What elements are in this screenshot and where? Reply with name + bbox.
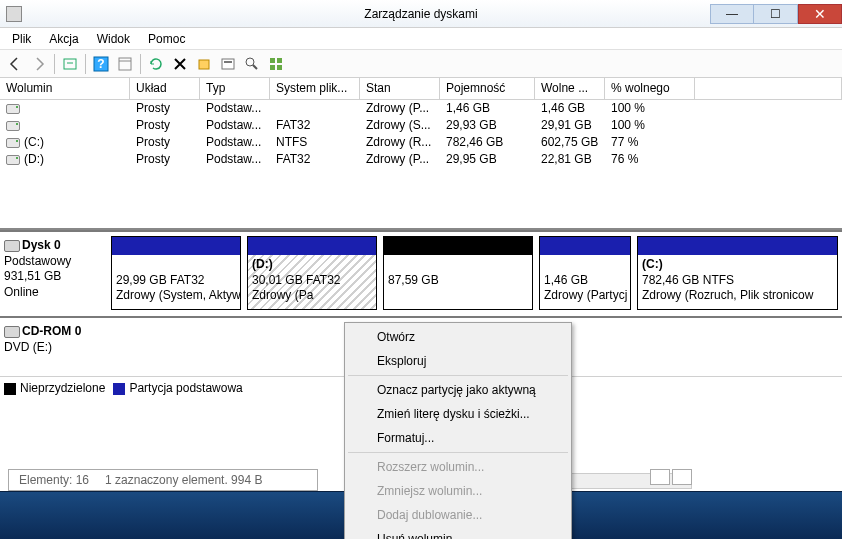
cm-open[interactable]: Otwórz xyxy=(347,325,569,349)
maximize-button[interactable]: ☐ xyxy=(754,4,798,24)
toolbar: ? xyxy=(0,50,842,78)
svg-point-8 xyxy=(246,58,254,66)
back-button[interactable] xyxy=(4,53,26,75)
svg-rect-3 xyxy=(119,58,131,70)
refresh-button[interactable] xyxy=(145,53,167,75)
cm-change-letter[interactable]: Zmień literę dysku i ścieżki... xyxy=(347,402,569,426)
table-row[interactable]: ProstyPodstaw...FAT32Zdrowy (S...29,93 G… xyxy=(0,117,842,134)
view-icon-2[interactable] xyxy=(672,469,692,485)
action-button[interactable] xyxy=(217,53,239,75)
close-button[interactable]: ✕ xyxy=(798,4,842,24)
svg-rect-7 xyxy=(224,61,232,63)
settings-button[interactable] xyxy=(265,53,287,75)
svg-rect-12 xyxy=(270,65,275,70)
minimize-button[interactable]: — xyxy=(710,4,754,24)
table-row[interactable]: ProstyPodstaw...Zdrowy (P...1,46 GB1,46 … xyxy=(0,100,842,117)
volume-list: Wolumin Układ Typ System plik... Stan Po… xyxy=(0,78,842,230)
menu-view[interactable]: Widok xyxy=(89,30,138,48)
cdrom-icon xyxy=(4,326,20,338)
col-status[interactable]: Stan xyxy=(360,78,440,99)
svg-line-9 xyxy=(253,65,257,69)
drive-icon xyxy=(6,155,20,165)
col-capacity[interactable]: Pojemność xyxy=(440,78,535,99)
svg-rect-0 xyxy=(64,59,76,69)
svg-rect-6 xyxy=(222,59,234,69)
view-icon-1[interactable] xyxy=(650,469,670,485)
partition-1[interactable]: 29,99 GB FAT32 Zdrowy (System, Aktyw xyxy=(111,236,241,310)
forward-button[interactable] xyxy=(28,53,50,75)
delete-button[interactable] xyxy=(169,53,191,75)
cm-shrink: Zmniejsz wolumin... xyxy=(347,479,569,503)
svg-rect-5 xyxy=(199,60,209,69)
table-row[interactable]: (D:)ProstyPodstaw...FAT32Zdrowy (P...29,… xyxy=(0,151,842,168)
drive-icon xyxy=(6,121,20,131)
cm-format[interactable]: Formatuj... xyxy=(347,426,569,450)
cdrom-label[interactable]: CD-ROM 0 DVD (E:) xyxy=(0,318,105,376)
menu-help[interactable]: Pomoc xyxy=(140,30,193,48)
partition-c[interactable]: (C:) 782,46 GB NTFS Zdrowy (Rozruch, Pli… xyxy=(637,236,838,310)
col-volume[interactable]: Wolumin xyxy=(0,78,130,99)
column-headers[interactable]: Wolumin Układ Typ System plik... Stan Po… xyxy=(0,78,842,100)
col-layout[interactable]: Układ xyxy=(130,78,200,99)
legend-swatch-unalloc xyxy=(4,383,16,395)
partition-d[interactable]: (D:) 30,01 GB FAT32 Zdrowy (Pa xyxy=(247,236,377,310)
svg-rect-13 xyxy=(277,65,282,70)
col-fs[interactable]: System plik... xyxy=(270,78,360,99)
drive-icon xyxy=(6,138,20,148)
cm-extend: Rozszerz wolumin... xyxy=(347,455,569,479)
disk-0-label[interactable]: Dysk 0 Podstawowy 931,51 GB Online xyxy=(0,232,105,316)
menubar: Plik Akcja Widok Pomoc xyxy=(0,28,842,50)
help-button[interactable]: ? xyxy=(90,53,112,75)
up-button[interactable] xyxy=(59,53,81,75)
drive-icon xyxy=(6,104,20,114)
partition-unallocated[interactable]: 87,59 GB xyxy=(383,236,533,310)
svg-rect-10 xyxy=(270,58,275,63)
search-button[interactable] xyxy=(241,53,263,75)
properties-button[interactable] xyxy=(193,53,215,75)
cm-delete[interactable]: Usuń wolumin... xyxy=(347,527,569,539)
window-title: Zarządzanie dyskami xyxy=(364,7,477,21)
titlebar[interactable]: Zarządzanie dyskami — ☐ ✕ xyxy=(0,0,842,28)
view-button[interactable] xyxy=(114,53,136,75)
hdd-icon xyxy=(4,240,20,252)
col-pct[interactable]: % wolnego xyxy=(605,78,695,99)
col-type[interactable]: Typ xyxy=(200,78,270,99)
disk-0-row: Dysk 0 Podstawowy 931,51 GB Online 29,99… xyxy=(0,230,842,316)
menu-file[interactable]: Plik xyxy=(4,30,39,48)
cm-explore[interactable]: Eksploruj xyxy=(347,349,569,373)
cm-mirror: Dodaj dublowanie... xyxy=(347,503,569,527)
col-free[interactable]: Wolne ... xyxy=(535,78,605,99)
table-row[interactable]: (C:)ProstyPodstaw...NTFSZdrowy (R...782,… xyxy=(0,134,842,151)
app-icon xyxy=(6,6,22,22)
view-mode-icons xyxy=(650,469,692,485)
context-menu: Otwórz Eksploruj Oznacz partycję jako ak… xyxy=(344,322,572,539)
svg-text:?: ? xyxy=(97,57,104,71)
explorer-statusbar: Elementy: 16 1 zaznaczony element. 994 B xyxy=(8,469,318,491)
menu-action[interactable]: Akcja xyxy=(41,30,86,48)
legend-swatch-primary xyxy=(113,383,125,395)
cm-mark-active[interactable]: Oznacz partycję jako aktywną xyxy=(347,378,569,402)
svg-rect-11 xyxy=(277,58,282,63)
partition-4[interactable]: 1,46 GB Zdrowy (Partycj xyxy=(539,236,631,310)
